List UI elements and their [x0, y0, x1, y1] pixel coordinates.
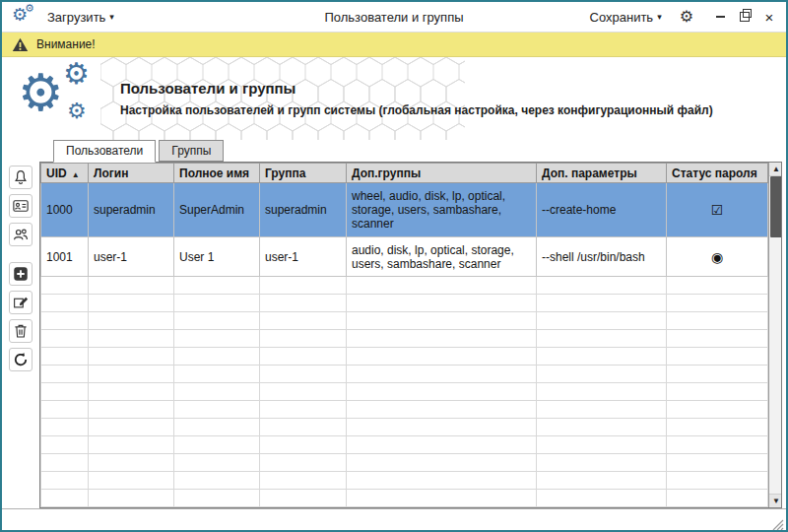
- maximize-button[interactable]: [738, 9, 752, 25]
- table-body: 1000superadminSuperAdminsuperadminwheel,…: [41, 183, 768, 507]
- vertical-scrollbar[interactable]: ▲ ▼: [768, 163, 782, 507]
- user-card-icon: [12, 197, 30, 215]
- load-button[interactable]: Загрузить ▾: [45, 8, 116, 27]
- warning-text: Внимание!: [36, 37, 96, 51]
- cell-uid: 1001: [41, 237, 89, 277]
- users-table: UID▲ЛогинПолное имяГруппаДоп.группыДоп. …: [40, 163, 768, 507]
- plus-icon: [12, 265, 30, 283]
- pencil-icon: [12, 294, 30, 311]
- user-groups-button[interactable]: [9, 223, 33, 246]
- gear-icon: ⚙: [680, 8, 693, 25]
- refresh-button[interactable]: [9, 348, 33, 371]
- table-row[interactable]: 1000superadminSuperAdminsuperadminwheel,…: [41, 183, 768, 237]
- sort-ascending-icon: ▲: [72, 170, 80, 179]
- app-gears-logo-icon: ⚙ ⚙ ⚙: [18, 63, 104, 134]
- scroll-down-button[interactable]: ▼: [769, 494, 782, 507]
- empty-row: [41, 277, 768, 295]
- scrollbar-track[interactable]: [769, 176, 782, 494]
- cell-full-name: SuperAdmin: [174, 183, 260, 237]
- cell-login: superadmin: [89, 183, 174, 237]
- column-header-2[interactable]: Полное имя: [174, 164, 260, 183]
- cell-extra-params: --create-home: [537, 183, 667, 237]
- save-button[interactable]: Сохранить ▾: [588, 8, 664, 27]
- column-header-1[interactable]: Логин: [89, 164, 174, 183]
- titlebar: Пользователи и группы ⚙ ⚙ Загрузить ▾ Со…: [2, 2, 786, 33]
- empty-row: [41, 295, 768, 312]
- main-area: Пользователи Группы UID▲ЛогинПолное имяГ…: [2, 140, 786, 508]
- refresh-icon: [12, 351, 30, 368]
- bell-icon: [12, 168, 30, 186]
- password-status-icon[interactable]: ☑: [667, 183, 768, 237]
- load-button-label: Загрузить: [47, 10, 105, 25]
- table-row[interactable]: 1001user-1User 1user-1audio, disk, lp, o…: [41, 237, 768, 277]
- tab-users[interactable]: Пользователи: [53, 140, 156, 163]
- empty-row: [41, 454, 768, 472]
- empty-row: [41, 472, 768, 490]
- users-table-container: UID▲ЛогинПолное имяГруппаДоп.группыДоп. …: [39, 162, 782, 508]
- column-header-6[interactable]: Статус пароля: [667, 164, 768, 183]
- table-header-row: UID▲ЛогинПолное имяГруппаДоп.группыДоп. …: [41, 164, 768, 183]
- password-status-icon[interactable]: ◉: [667, 237, 768, 277]
- cell-login: user-1: [89, 237, 174, 277]
- minimize-icon: [716, 16, 725, 18]
- scrollbar-thumb[interactable]: [770, 176, 782, 237]
- status-bar: [2, 508, 786, 532]
- maximize-icon: [740, 12, 750, 22]
- app-window: Пользователи и группы ⚙ ⚙ Загрузить ▾ Со…: [0, 0, 788, 532]
- scroll-down-arrow-icon: ▼: [772, 497, 780, 505]
- user-card-button[interactable]: [9, 194, 33, 218]
- empty-row: [41, 436, 768, 454]
- warning-banner: Внимание!: [2, 33, 786, 57]
- side-toolbar: [2, 140, 39, 508]
- empty-row: [41, 401, 768, 419]
- resize-grip[interactable]: [772, 519, 784, 531]
- cell-extra-groups: audio, disk, lp, optical, storage, users…: [347, 237, 537, 277]
- column-header-4[interactable]: Доп.группы: [347, 164, 537, 183]
- trash-icon: [12, 322, 30, 340]
- empty-row: [41, 330, 768, 348]
- minimize-button[interactable]: [713, 9, 727, 25]
- cell-extra-groups: wheel, audio, disk, lp, optical, storage…: [347, 183, 537, 237]
- close-icon: ×: [765, 10, 774, 25]
- empty-row: [41, 312, 768, 330]
- empty-row: [41, 419, 768, 436]
- add-user-button[interactable]: [9, 262, 33, 286]
- users-group-icon: [12, 226, 30, 243]
- scroll-up-arrow-icon: ▲: [772, 165, 780, 173]
- cell-extra-params: --shell /usr/bin/bash: [537, 237, 667, 277]
- page-header: ⚙ ⚙ ⚙ Пользователи и группы Настройка по…: [2, 57, 786, 140]
- window-controls: ×: [713, 9, 776, 25]
- notifications-button[interactable]: [9, 166, 33, 189]
- empty-row: [41, 490, 768, 507]
- cell-full-name: User 1: [174, 237, 260, 277]
- content-area: Пользователи Группы UID▲ЛогинПолное имяГ…: [39, 140, 786, 508]
- app-logo-gears-icon: ⚙ ⚙: [12, 5, 37, 29]
- settings-button[interactable]: ⚙: [678, 9, 695, 25]
- empty-row: [41, 366, 768, 383]
- empty-row: [41, 348, 768, 366]
- empty-row: [41, 383, 768, 401]
- column-header-3[interactable]: Группа: [260, 164, 347, 183]
- save-button-label: Сохранить: [590, 10, 654, 25]
- tabs: Пользователи Группы: [39, 140, 786, 162]
- chevron-down-icon: ▾: [109, 12, 114, 22]
- tab-groups[interactable]: Группы: [159, 140, 224, 162]
- warning-triangle-icon: [12, 37, 29, 52]
- delete-user-button[interactable]: [9, 319, 33, 343]
- page-title: Пользователи и группы: [120, 80, 713, 97]
- page-subtitle: Настройка пользователей и групп системы …: [120, 103, 713, 117]
- edit-user-button[interactable]: [9, 291, 33, 314]
- cell-group: user-1: [260, 237, 347, 277]
- cell-uid: 1000: [41, 183, 89, 237]
- column-header-0[interactable]: UID▲: [41, 164, 89, 183]
- scroll-up-button[interactable]: ▲: [769, 163, 782, 176]
- cell-group: superadmin: [260, 183, 347, 237]
- column-header-5[interactable]: Доп. параметры: [537, 164, 667, 183]
- chevron-down-icon: ▾: [657, 12, 662, 22]
- close-button[interactable]: ×: [762, 9, 776, 25]
